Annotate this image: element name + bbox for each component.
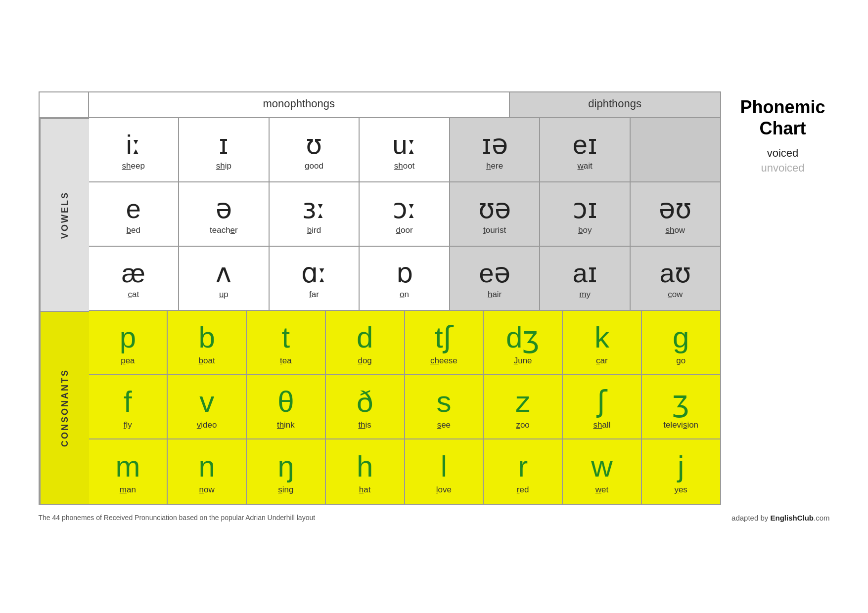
underline: f: [124, 420, 126, 430]
cell-h: h hat: [326, 439, 405, 504]
symbol-sh: ʃ: [597, 386, 607, 418]
symbol-eth: ð: [357, 386, 373, 418]
underline: sh: [665, 225, 674, 235]
word-go: go: [676, 356, 685, 366]
underline: m: [579, 290, 586, 299]
consonants-label: CONSONANTS: [40, 311, 89, 504]
word-here: here: [486, 161, 503, 171]
symbol-o: ɒ: [396, 259, 413, 288]
symbol-upsilon: ʊ: [306, 130, 322, 159]
word-teacher: teacher: [210, 225, 238, 235]
empty-cell-1: [631, 118, 720, 182]
cell-ei: eɪ wait: [540, 118, 631, 182]
symbol-3: ɜː: [302, 194, 325, 223]
underline: n: [199, 485, 204, 494]
vowels-section: VOWELS iː sheep ɪ ship ʊ: [40, 118, 720, 311]
symbol-ue: ʊə: [478, 194, 511, 223]
cell-sh: ʃ shall: [563, 375, 642, 439]
diphthongs-header: diphthongs: [510, 92, 720, 118]
cell-m: m man: [89, 439, 168, 504]
underline: t: [483, 225, 486, 235]
word-good: good: [305, 161, 323, 171]
underline: t: [280, 356, 282, 365]
symbol-ae: æ: [122, 259, 145, 288]
symbol-t: t: [282, 321, 290, 354]
cell-oo: ɔː door: [360, 182, 450, 247]
word-cheese: cheese: [430, 356, 457, 366]
word-sing: sing: [278, 485, 293, 495]
main-content: monophthongs diphthongs VOWELS iː sheep …: [39, 91, 830, 505]
word-far: far: [309, 290, 319, 300]
symbol-h: h: [357, 450, 373, 483]
underline: g: [676, 356, 681, 365]
cell-o: ɒ on: [360, 247, 450, 311]
underline: h: [488, 290, 492, 299]
cell-w: w wet: [563, 439, 642, 504]
word-now: now: [199, 485, 215, 495]
cell-uu: uː shoot: [360, 118, 450, 182]
cell-ie: ɪə here: [450, 118, 541, 182]
word-television: television: [663, 420, 698, 430]
underline: d: [396, 225, 401, 235]
symbol-k: k: [594, 321, 609, 354]
underline: g: [305, 161, 309, 171]
cell-dz: dʒ June: [484, 311, 563, 375]
cell-aa: ɑː far: [270, 247, 360, 311]
cell-zh: ʒ television: [642, 375, 720, 439]
footer: The 44 phonemes of Received Pronunciatio…: [39, 514, 830, 522]
underline: s: [437, 420, 442, 430]
underline: o: [400, 290, 404, 299]
cell-v: v video: [168, 375, 247, 439]
page-wrapper: monophthongs diphthongs VOWELS iː sheep …: [39, 91, 830, 522]
symbol-ea: eə: [479, 259, 510, 288]
cell-eth: ð this: [326, 375, 405, 439]
cell-schwa: ə teacher: [179, 182, 270, 247]
underline: p: [121, 356, 125, 365]
cell-ng: ŋ sing: [247, 439, 326, 504]
cell-r: r red: [484, 439, 563, 504]
cell-eu: əʊ show: [631, 182, 720, 247]
word-this: this: [358, 420, 371, 430]
cell-l: l love: [405, 439, 484, 504]
underline: d: [358, 356, 362, 365]
underline: u: [219, 290, 224, 299]
word-love: love: [436, 485, 452, 495]
phonemic-chart: monophthongs diphthongs VOWELS iː sheep …: [39, 91, 721, 505]
underline: m: [120, 485, 127, 494]
underline: l: [436, 485, 438, 494]
word-on: on: [400, 290, 409, 300]
underline: s: [278, 485, 282, 494]
legend-unvoiced: unvoiced: [736, 162, 830, 175]
vowel-row-1: iː sheep ɪ ship ʊ good uː: [89, 118, 720, 182]
symbol-i: ɪ: [219, 130, 228, 159]
symbol-theta: θ: [277, 386, 294, 418]
chart-header: monophthongs diphthongs: [40, 92, 720, 118]
cell-s: s see: [405, 375, 484, 439]
underline: h: [486, 161, 491, 171]
consonant-rows: p pea b boat t tea d dog: [89, 311, 720, 504]
word-up: up: [219, 290, 228, 300]
underline: J: [514, 356, 518, 365]
underline: c: [128, 290, 132, 299]
underline: y: [674, 485, 679, 494]
cell-ae: æ cat: [89, 247, 180, 311]
word-bird: bird: [307, 225, 321, 235]
symbol-ie: ɪə: [482, 130, 508, 159]
underline: b: [127, 225, 131, 235]
symbol-ii: iː: [126, 130, 141, 159]
consonants-section: CONSONANTS p pea b boat t: [40, 311, 720, 504]
symbol-uu: uː: [393, 130, 416, 159]
word-shall: shall: [593, 420, 610, 430]
underline: th: [358, 420, 365, 430]
word-hair: hair: [488, 290, 502, 300]
underline: e: [230, 225, 235, 235]
underline: sh: [122, 161, 131, 171]
cell-t: t tea: [247, 311, 326, 375]
word-wait: wait: [578, 161, 593, 171]
word-red: red: [517, 485, 529, 495]
underline: b: [307, 225, 312, 235]
underline: sh: [394, 161, 403, 171]
symbol-r: r: [518, 450, 528, 483]
symbol-b: b: [198, 321, 215, 354]
cell-p: p pea: [89, 311, 168, 375]
